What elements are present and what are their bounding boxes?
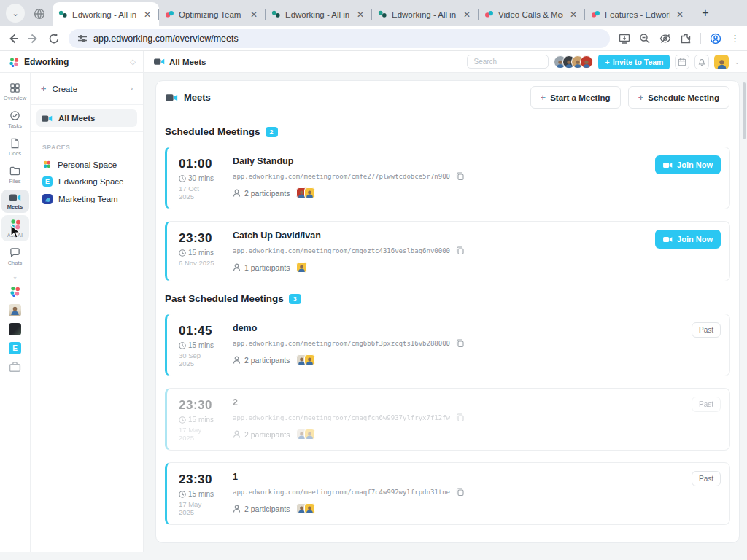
participants-icon bbox=[233, 189, 241, 197]
avatar bbox=[304, 354, 315, 365]
avatar bbox=[304, 429, 315, 440]
forward-icon[interactable] bbox=[28, 33, 39, 44]
edworking-space-icon: E bbox=[42, 176, 53, 187]
tab-edworking-2[interactable]: Edworking - All in o ✕ bbox=[266, 2, 372, 26]
scheduled-section-header: Scheduled Meetings 2 bbox=[165, 126, 730, 137]
participants-count: 2 participants bbox=[244, 430, 290, 439]
tab-video-calls[interactable]: Video Calls & Meeti ✕ bbox=[479, 2, 585, 26]
member-avatar[interactable] bbox=[9, 304, 21, 316]
briefcase-icon[interactable] bbox=[9, 361, 21, 373]
invite-to-team-button[interactable]: +Invite to Team bbox=[598, 55, 670, 69]
meeting-card: 23:30 15 mins 6 Nov 2025 Catch Up David/… bbox=[165, 221, 730, 281]
address-bar[interactable]: app.edworking.com/overview/meets bbox=[69, 29, 610, 48]
meeting-duration: 15 mins bbox=[188, 490, 214, 498]
meeting-url: app.edworking.com/meetingroom/cmaqfcn6w9… bbox=[233, 414, 450, 421]
workspace-name: Edworking bbox=[24, 57, 125, 67]
sidebar-item-edworking-space[interactable]: E Edworking Space bbox=[31, 173, 143, 190]
edworking-favicon bbox=[58, 9, 68, 19]
edworking-favicon bbox=[271, 9, 281, 19]
tab-label: Edworking - All in o bbox=[285, 10, 350, 19]
edworking-space-bubble[interactable]: E bbox=[9, 342, 21, 354]
tab-features[interactable]: Features - Edworki ✕ bbox=[585, 2, 692, 26]
meeting-url: app.edworking.com/meetingroom/cmaqf7c4w9… bbox=[233, 489, 450, 496]
sidebar-collapse-icon[interactable]: ◇ bbox=[130, 58, 136, 66]
create-button[interactable]: + Create › bbox=[36, 80, 137, 97]
globe-tab-icon[interactable] bbox=[34, 8, 45, 20]
section-title: Scheduled Meetings bbox=[165, 126, 260, 137]
tab-edworking-1[interactable]: Edworking - All in o ✕ bbox=[53, 2, 159, 26]
rail-item-meets[interactable]: Meets bbox=[1, 190, 29, 213]
edworking-favicon bbox=[378, 9, 387, 19]
avatar bbox=[304, 187, 315, 198]
sidebar-item-personal-space[interactable]: Personal Space bbox=[31, 156, 143, 173]
back-icon[interactable] bbox=[7, 33, 19, 44]
install-app-icon[interactable] bbox=[619, 33, 630, 44]
meeting-time-block: 23:30 15 mins 17 May 2025 bbox=[176, 397, 222, 442]
workspace-header[interactable]: Edworking ◇ bbox=[0, 51, 144, 72]
search-input[interactable] bbox=[467, 55, 549, 69]
past-badge: Past bbox=[692, 397, 721, 412]
tab-optimizing-team[interactable]: Optimizing Team M ✕ bbox=[159, 2, 266, 26]
rail-expand-chevron-icon[interactable]: ⌄ bbox=[12, 273, 18, 280]
sidebar-panel: + Create › All Meets SPACES Personal Spa… bbox=[31, 73, 144, 552]
copy-link-icon[interactable] bbox=[456, 413, 465, 422]
menu-kebab-icon[interactable]: ⋮ bbox=[730, 33, 740, 44]
tab-search-button[interactable]: ⌄ bbox=[6, 4, 25, 23]
participant-avatars bbox=[296, 429, 315, 440]
toolbar-divider bbox=[700, 33, 701, 44]
member-avatar[interactable] bbox=[9, 323, 21, 335]
schedule-meeting-button[interactable]: +Schedule Meeting bbox=[628, 86, 729, 109]
rail-item-chats[interactable]: Chats bbox=[1, 244, 29, 269]
reload-icon[interactable] bbox=[48, 33, 60, 44]
join-now-button[interactable]: Join Now bbox=[655, 155, 721, 174]
copy-link-icon[interactable] bbox=[456, 339, 465, 348]
tab-close-icon[interactable]: ✕ bbox=[248, 9, 260, 20]
tab-close-icon[interactable]: ✕ bbox=[674, 9, 686, 20]
rail-item-tasks[interactable]: Tasks bbox=[1, 106, 29, 132]
meeting-card: 01:00 30 mins 17 Oct 2025 Daily Standup … bbox=[165, 147, 730, 209]
avatar bbox=[296, 262, 307, 273]
eye-hidden-icon[interactable] bbox=[659, 33, 671, 44]
meeting-title: Catch Up David/Ivan bbox=[233, 230, 655, 241]
tab-close-icon[interactable]: ✕ bbox=[142, 9, 153, 20]
team-avatar-stack[interactable] bbox=[554, 55, 593, 69]
tab-close-icon[interactable]: ✕ bbox=[568, 9, 579, 20]
scrollbar-thumb[interactable] bbox=[743, 82, 746, 139]
rail-item-overview[interactable]: Overview bbox=[1, 79, 29, 104]
meeting-duration: 15 mins bbox=[188, 341, 214, 349]
plus-icon: + bbox=[638, 92, 644, 103]
sidebar-item-marketing-team[interactable]: Marketing Team bbox=[31, 190, 143, 208]
page-title: Meets bbox=[184, 92, 211, 103]
meets-camera-icon bbox=[42, 114, 53, 122]
site-settings-icon[interactable] bbox=[77, 34, 88, 44]
edworking-dots-icon[interactable] bbox=[9, 286, 20, 297]
new-tab-button[interactable]: + bbox=[696, 4, 715, 23]
participants-icon bbox=[233, 505, 241, 513]
breadcrumb: All Meets bbox=[169, 58, 206, 66]
extensions-icon[interactable] bbox=[680, 33, 692, 44]
create-label: Create bbox=[53, 85, 78, 93]
start-meeting-button[interactable]: +Start a Meeting bbox=[530, 86, 621, 109]
tab-close-icon[interactable]: ✕ bbox=[355, 9, 366, 20]
notifications-button[interactable] bbox=[694, 55, 709, 69]
tab-edworking-3[interactable]: Edworking - All in o ✕ bbox=[372, 2, 479, 26]
app-header: Edworking ◇ All Meets +Invite to Team ⌄ bbox=[0, 51, 747, 73]
join-now-button[interactable]: Join Now bbox=[655, 230, 721, 249]
user-avatar[interactable] bbox=[714, 55, 729, 69]
chevron-down-icon[interactable]: ⌄ bbox=[734, 58, 740, 66]
profile-icon[interactable] bbox=[710, 33, 721, 44]
participant-avatars bbox=[296, 262, 307, 273]
rail-item-docs[interactable]: Docs bbox=[1, 134, 29, 160]
copy-link-icon[interactable] bbox=[456, 246, 465, 255]
calendar-button[interactable] bbox=[675, 55, 689, 69]
zoom-out-icon[interactable] bbox=[639, 33, 651, 44]
tab-close-icon[interactable]: ✕ bbox=[461, 9, 473, 20]
copy-link-icon[interactable] bbox=[456, 172, 465, 181]
rail-item-files[interactable]: Files bbox=[1, 162, 29, 187]
schedule-meeting-label: Schedule Meeting bbox=[648, 93, 719, 102]
copy-link-icon[interactable] bbox=[456, 488, 465, 497]
meets-camera-icon bbox=[154, 58, 165, 66]
sidebar-item-all-meets[interactable]: All Meets bbox=[36, 109, 137, 127]
tasks-icon bbox=[9, 110, 20, 121]
colorful-favicon bbox=[484, 9, 494, 19]
